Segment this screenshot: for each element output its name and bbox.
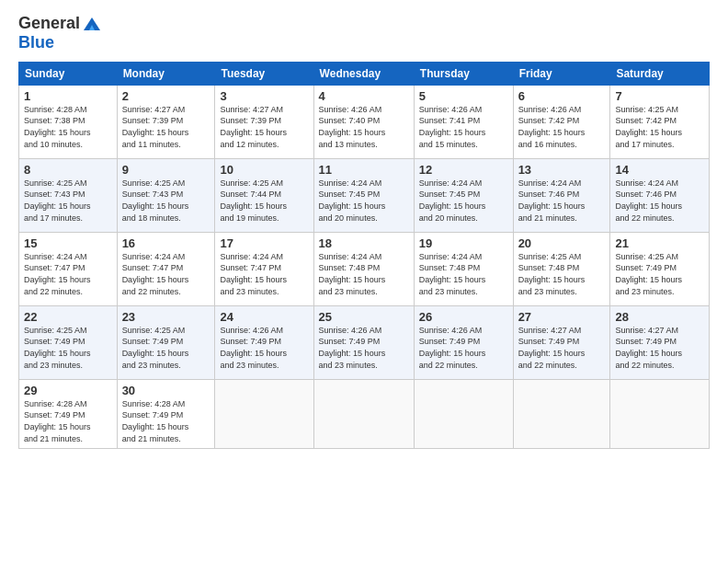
day-info: Sunrise: 4:26 AM Sunset: 7:41 PM Dayligh… xyxy=(419,104,508,150)
calendar-header-sunday: Sunday xyxy=(19,62,118,85)
day-number: 28 xyxy=(615,310,704,324)
calendar-header-saturday: Saturday xyxy=(610,62,710,85)
calendar-cell: 17Sunrise: 4:24 AM Sunset: 7:47 PM Dayli… xyxy=(215,232,313,305)
day-info: Sunrise: 4:28 AM Sunset: 7:49 PM Dayligh… xyxy=(24,398,112,444)
calendar-cell: 23Sunrise: 4:25 AM Sunset: 7:49 PM Dayli… xyxy=(117,305,215,379)
day-info: Sunrise: 4:25 AM Sunset: 7:49 PM Dayligh… xyxy=(122,325,210,371)
day-number: 18 xyxy=(319,236,409,250)
day-info: Sunrise: 4:25 AM Sunset: 7:43 PM Dayligh… xyxy=(122,178,210,224)
day-info: Sunrise: 4:25 AM Sunset: 7:49 PM Dayligh… xyxy=(24,325,112,371)
day-number: 15 xyxy=(24,236,112,250)
calendar-cell: 6Sunrise: 4:26 AM Sunset: 7:42 PM Daylig… xyxy=(513,85,610,158)
calendar-week-row: 29Sunrise: 4:28 AM Sunset: 7:49 PM Dayli… xyxy=(19,379,710,448)
day-number: 4 xyxy=(319,89,409,103)
day-number: 9 xyxy=(122,163,210,177)
calendar-cell: 29Sunrise: 4:28 AM Sunset: 7:49 PM Dayli… xyxy=(19,379,118,448)
calendar-table: SundayMondayTuesdayWednesdayThursdayFrid… xyxy=(18,62,710,449)
day-number: 7 xyxy=(615,89,704,103)
day-number: 5 xyxy=(419,89,508,103)
calendar-cell: 27Sunrise: 4:27 AM Sunset: 7:49 PM Dayli… xyxy=(513,305,610,379)
day-number: 13 xyxy=(518,163,606,177)
day-number: 20 xyxy=(518,236,606,250)
calendar-cell: 14Sunrise: 4:24 AM Sunset: 7:46 PM Dayli… xyxy=(610,158,710,232)
day-info: Sunrise: 4:24 AM Sunset: 7:47 PM Dayligh… xyxy=(220,251,308,297)
day-number: 16 xyxy=(122,236,210,250)
day-number: 14 xyxy=(615,163,704,177)
calendar-cell: 5Sunrise: 4:26 AM Sunset: 7:41 PM Daylig… xyxy=(414,85,513,158)
calendar-cell: 10Sunrise: 4:25 AM Sunset: 7:44 PM Dayli… xyxy=(215,158,313,232)
calendar-cell xyxy=(610,379,710,448)
day-number: 26 xyxy=(419,310,508,324)
calendar-cell: 7Sunrise: 4:25 AM Sunset: 7:42 PM Daylig… xyxy=(610,85,710,158)
day-info: Sunrise: 4:26 AM Sunset: 7:49 PM Dayligh… xyxy=(220,325,308,371)
day-info: Sunrise: 4:25 AM Sunset: 7:42 PM Dayligh… xyxy=(615,104,704,150)
calendar-cell: 22Sunrise: 4:25 AM Sunset: 7:49 PM Dayli… xyxy=(19,305,118,379)
day-number: 25 xyxy=(319,310,409,324)
calendar-cell: 30Sunrise: 4:28 AM Sunset: 7:49 PM Dayli… xyxy=(117,379,215,448)
calendar-cell xyxy=(313,379,414,448)
calendar-cell: 25Sunrise: 4:26 AM Sunset: 7:49 PM Dayli… xyxy=(313,305,414,379)
day-number: 2 xyxy=(122,89,210,103)
calendar-cell: 15Sunrise: 4:24 AM Sunset: 7:47 PM Dayli… xyxy=(19,232,118,305)
day-info: Sunrise: 4:24 AM Sunset: 7:48 PM Dayligh… xyxy=(319,251,409,297)
day-info: Sunrise: 4:24 AM Sunset: 7:45 PM Dayligh… xyxy=(419,178,508,224)
day-info: Sunrise: 4:24 AM Sunset: 7:47 PM Dayligh… xyxy=(122,251,210,297)
calendar-cell: 13Sunrise: 4:24 AM Sunset: 7:46 PM Dayli… xyxy=(513,158,610,232)
day-number: 11 xyxy=(319,163,409,177)
calendar-header-monday: Monday xyxy=(117,62,215,85)
day-info: Sunrise: 4:27 AM Sunset: 7:39 PM Dayligh… xyxy=(220,104,308,150)
header: General Blue xyxy=(18,14,710,52)
calendar-header-thursday: Thursday xyxy=(414,62,513,85)
calendar-cell xyxy=(414,379,513,448)
calendar-cell: 20Sunrise: 4:25 AM Sunset: 7:48 PM Dayli… xyxy=(513,232,610,305)
day-number: 30 xyxy=(122,384,210,397)
calendar-week-row: 1Sunrise: 4:28 AM Sunset: 7:38 PM Daylig… xyxy=(19,85,710,158)
calendar-cell: 19Sunrise: 4:24 AM Sunset: 7:48 PM Dayli… xyxy=(414,232,513,305)
logo-blue: Blue xyxy=(18,33,54,52)
calendar-cell: 16Sunrise: 4:24 AM Sunset: 7:47 PM Dayli… xyxy=(117,232,215,305)
day-number: 29 xyxy=(24,384,112,397)
day-number: 1 xyxy=(24,89,112,103)
day-number: 27 xyxy=(518,310,606,324)
day-number: 12 xyxy=(419,163,508,177)
logo: General Blue xyxy=(18,14,102,52)
day-info: Sunrise: 4:25 AM Sunset: 7:49 PM Dayligh… xyxy=(615,251,704,297)
calendar-cell: 2Sunrise: 4:27 AM Sunset: 7:39 PM Daylig… xyxy=(117,85,215,158)
day-number: 3 xyxy=(220,89,308,103)
day-info: Sunrise: 4:28 AM Sunset: 7:49 PM Dayligh… xyxy=(122,398,210,444)
day-number: 8 xyxy=(24,163,112,177)
calendar-cell: 9Sunrise: 4:25 AM Sunset: 7:43 PM Daylig… xyxy=(117,158,215,232)
day-number: 21 xyxy=(615,236,704,250)
day-number: 10 xyxy=(220,163,308,177)
day-number: 23 xyxy=(122,310,210,324)
day-info: Sunrise: 4:26 AM Sunset: 7:49 PM Dayligh… xyxy=(319,325,409,371)
day-info: Sunrise: 4:24 AM Sunset: 7:45 PM Dayligh… xyxy=(319,178,409,224)
calendar-cell: 12Sunrise: 4:24 AM Sunset: 7:45 PM Dayli… xyxy=(414,158,513,232)
calendar-week-row: 15Sunrise: 4:24 AM Sunset: 7:47 PM Dayli… xyxy=(19,232,710,305)
calendar-week-row: 22Sunrise: 4:25 AM Sunset: 7:49 PM Dayli… xyxy=(19,305,710,379)
day-info: Sunrise: 4:26 AM Sunset: 7:40 PM Dayligh… xyxy=(319,104,409,150)
calendar-cell: 18Sunrise: 4:24 AM Sunset: 7:48 PM Dayli… xyxy=(313,232,414,305)
day-info: Sunrise: 4:28 AM Sunset: 7:38 PM Dayligh… xyxy=(24,104,112,150)
day-number: 6 xyxy=(518,89,606,103)
calendar-week-row: 8Sunrise: 4:25 AM Sunset: 7:43 PM Daylig… xyxy=(19,158,710,232)
day-info: Sunrise: 4:24 AM Sunset: 7:48 PM Dayligh… xyxy=(419,251,508,297)
calendar-cell: 8Sunrise: 4:25 AM Sunset: 7:43 PM Daylig… xyxy=(19,158,118,232)
day-number: 22 xyxy=(24,310,112,324)
calendar-cell: 21Sunrise: 4:25 AM Sunset: 7:49 PM Dayli… xyxy=(610,232,710,305)
day-number: 19 xyxy=(419,236,508,250)
calendar-cell: 3Sunrise: 4:27 AM Sunset: 7:39 PM Daylig… xyxy=(215,85,313,158)
day-info: Sunrise: 4:26 AM Sunset: 7:49 PM Dayligh… xyxy=(419,325,508,371)
calendar-body: 1Sunrise: 4:28 AM Sunset: 7:38 PM Daylig… xyxy=(19,85,710,448)
calendar-cell: 28Sunrise: 4:27 AM Sunset: 7:49 PM Dayli… xyxy=(610,305,710,379)
day-info: Sunrise: 4:27 AM Sunset: 7:49 PM Dayligh… xyxy=(615,325,704,371)
day-number: 17 xyxy=(220,236,308,250)
calendar-cell: 11Sunrise: 4:24 AM Sunset: 7:45 PM Dayli… xyxy=(313,158,414,232)
calendar-header-friday: Friday xyxy=(513,62,610,85)
day-info: Sunrise: 4:24 AM Sunset: 7:47 PM Dayligh… xyxy=(24,251,112,297)
calendar-cell xyxy=(215,379,313,448)
day-number: 24 xyxy=(220,310,308,324)
day-info: Sunrise: 4:27 AM Sunset: 7:49 PM Dayligh… xyxy=(518,325,606,371)
calendar-cell: 4Sunrise: 4:26 AM Sunset: 7:40 PM Daylig… xyxy=(313,85,414,158)
logo-icon xyxy=(82,14,102,34)
